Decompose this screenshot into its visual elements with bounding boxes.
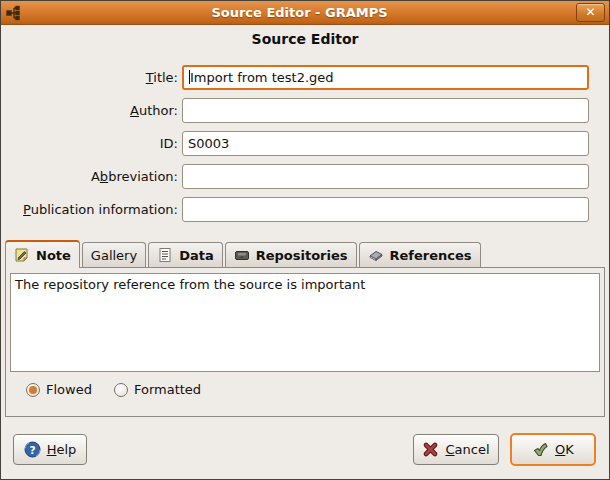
ok-button[interactable]: OK	[510, 433, 596, 466]
window-title: Source Editor - GRAMPS	[23, 5, 576, 20]
help-button-label: Help	[47, 442, 77, 457]
publication-label: Publication information:	[7, 202, 178, 217]
page-title: Source Editor	[1, 31, 609, 47]
abbreviation-row: Abbreviation:	[7, 164, 589, 189]
title-input[interactable]: Import from test2.ged	[182, 65, 589, 90]
tab-data-label: Data	[179, 248, 214, 263]
formatted-option[interactable]: Formatted	[114, 382, 201, 397]
cancel-button-label: Cancel	[445, 442, 489, 457]
note-icon	[14, 247, 30, 263]
title-label: Title:	[7, 70, 178, 85]
note-tab-page: The repository reference from the source…	[5, 267, 605, 417]
flowed-option[interactable]: Flowed	[26, 382, 92, 397]
flowed-radio-icon[interactable]	[26, 383, 40, 397]
format-radio-group: Flowed Formatted	[26, 382, 223, 397]
author-input[interactable]	[182, 98, 589, 123]
notebook-tabs: Note Gallery Data	[5, 240, 483, 268]
document-lines-icon	[157, 247, 173, 263]
abbreviation-label: Abbreviation:	[7, 169, 178, 184]
publication-input[interactable]	[182, 197, 589, 222]
tab-gallery[interactable]: Gallery	[82, 242, 146, 267]
tab-repositories-label: Repositories	[256, 248, 348, 263]
note-text: The repository reference from the source…	[15, 277, 365, 292]
note-text-area[interactable]: The repository reference from the source…	[10, 273, 600, 372]
ok-button-label: OK	[555, 442, 574, 457]
help-button[interactable]: ? Help	[13, 434, 87, 465]
tab-gallery-label: Gallery	[91, 248, 137, 263]
titlebar[interactable]: Source Editor - GRAMPS ✕	[1, 1, 609, 25]
svg-text:?: ?	[29, 444, 35, 456]
tab-references-label: References	[390, 248, 472, 263]
tab-note-label: Note	[36, 248, 71, 263]
publication-row: Publication information:	[7, 197, 589, 222]
id-label: ID:	[7, 136, 178, 151]
source-form: Title: Import from test2.ged Author: ID:…	[1, 65, 609, 230]
author-label: Author:	[7, 103, 178, 118]
tab-note[interactable]: Note	[5, 240, 80, 268]
source-editor-dialog: Source Editor - GRAMPS ✕ Source Editor T…	[0, 0, 610, 480]
archive-icon	[234, 247, 250, 263]
id-row: ID: S0003	[7, 131, 589, 156]
tab-data[interactable]: Data	[148, 242, 223, 267]
book-icon	[368, 247, 384, 263]
abbreviation-input[interactable]	[182, 164, 589, 189]
ok-icon	[532, 441, 549, 458]
tab-repositories[interactable]: Repositories	[225, 242, 357, 267]
help-icon: ?	[24, 441, 41, 458]
flowed-label: Flowed	[46, 382, 92, 397]
author-row: Author:	[7, 98, 589, 123]
cancel-button[interactable]: Cancel	[413, 434, 499, 465]
close-icon[interactable]: ✕	[576, 3, 605, 22]
formatted-radio-icon[interactable]	[114, 383, 128, 397]
title-row: Title: Import from test2.ged	[7, 65, 589, 90]
id-input[interactable]: S0003	[182, 131, 589, 156]
tab-references[interactable]: References	[359, 242, 481, 267]
formatted-label: Formatted	[134, 382, 201, 397]
cancel-icon	[422, 441, 439, 458]
dialog-action-area: ? Help Cancel	[13, 433, 596, 466]
gramps-window-icon	[5, 5, 23, 21]
